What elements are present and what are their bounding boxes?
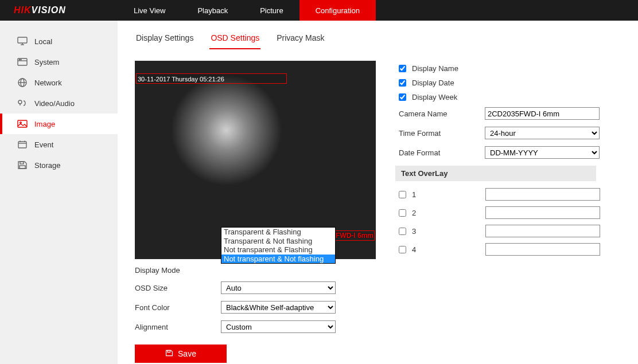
osd-size-label: OSD Size	[135, 284, 221, 292]
display-name-label: Display Name	[412, 64, 458, 73]
globe-icon	[17, 78, 28, 87]
time-format-select[interactable]: 24-hour	[485, 127, 600, 139]
camera-mic-icon	[17, 99, 28, 108]
sidebar-item-label: Storage	[34, 161, 61, 170]
save-button[interactable]: Save	[135, 345, 227, 363]
monitor-icon	[17, 37, 28, 46]
text-overlay-4-input[interactable]	[485, 243, 600, 256]
sidebar-item-storage[interactable]: Storage	[0, 155, 118, 175]
text-overlay-3-index: 3	[412, 227, 485, 236]
text-overlay-2-index: 2	[412, 209, 485, 217]
text-overlay-2-checkbox[interactable]	[399, 209, 406, 217]
svg-rect-17	[20, 162, 24, 164]
text-overlay-4-index: 4	[412, 245, 485, 254]
svg-rect-11	[18, 120, 27, 127]
text-overlay-3-checkbox[interactable]	[399, 228, 406, 235]
sidebar-item-video-audio[interactable]: Video/Audio	[0, 93, 118, 113]
time-format-label: Time Format	[399, 129, 485, 138]
top-tab-picture[interactable]: Picture	[244, 0, 299, 21]
svg-rect-0	[18, 37, 27, 43]
calendar-icon	[17, 140, 28, 149]
brand-hik: HIK	[14, 5, 32, 15]
top-tab-configuration[interactable]: Configuration	[299, 0, 376, 21]
text-overlay-4-checkbox[interactable]	[399, 246, 406, 253]
display-mode-option-2[interactable]: Transparent & Not flashing	[221, 237, 335, 246]
svg-rect-19	[168, 350, 170, 352]
display-mode-dropdown[interactable]: Transparent & Flashing Transparent & Not…	[221, 227, 336, 264]
sub-tab-display-settings[interactable]: Display Settings	[135, 30, 194, 49]
text-overlay-1-checkbox[interactable]	[399, 191, 406, 198]
top-nav-bar: HIKVISION Live View Playback Picture Con…	[0, 0, 638, 21]
sidebar-item-image[interactable]: Image	[0, 113, 118, 134]
sub-tab-privacy-mask[interactable]: Privacy Mask	[275, 30, 325, 49]
display-date-label: Display Date	[412, 79, 454, 87]
sidebar-item-system[interactable]: System	[0, 52, 118, 72]
display-date-checkbox[interactable]	[399, 79, 406, 87]
display-week-label: Display Week	[412, 93, 457, 101]
sidebar-item-event[interactable]: Event	[0, 134, 118, 155]
sidebar-item-label: Network	[34, 79, 62, 87]
osd-timestamp-box[interactable]: 30-11-2017 Thursday 05:21:26	[136, 73, 287, 84]
display-mode-option-4[interactable]: Not transparent & Not flashing	[221, 255, 335, 264]
sub-tabs: Display Settings OSD Settings Privacy Ma…	[135, 30, 638, 49]
text-overlay-1-input[interactable]	[485, 188, 600, 201]
svg-rect-13	[18, 142, 26, 148]
sidebar-item-local[interactable]: Local	[0, 31, 118, 52]
sub-tab-osd-settings[interactable]: OSD Settings	[209, 30, 260, 49]
text-overlay-header: Text OverLay	[395, 166, 596, 181]
svg-point-12	[20, 122, 22, 124]
save-button-label: Save	[178, 349, 196, 358]
osd-size-select[interactable]: Auto	[221, 281, 336, 294]
top-tab-live-view[interactable]: Live View	[118, 0, 181, 21]
sidebar-item-label: Event	[34, 140, 53, 149]
display-mode-option-1[interactable]: Transparent & Flashing	[221, 228, 335, 237]
text-overlay-1-index: 1	[412, 190, 485, 199]
save-icon	[17, 161, 28, 170]
window-icon	[17, 57, 28, 66]
svg-point-10	[18, 100, 22, 104]
date-format-select[interactable]: DD-MM-YYYY	[485, 146, 600, 159]
svg-point-5	[19, 59, 20, 60]
display-mode-label: Display Mode	[135, 266, 221, 275]
osd-timestamp-white: 30-11-2017 Thursday 05:21:26	[138, 76, 224, 83]
date-format-label: Date Format	[399, 148, 485, 157]
svg-point-6	[21, 59, 21, 60]
display-week-checkbox[interactable]	[399, 93, 406, 101]
alignment-label: Alignment	[135, 323, 221, 331]
sidebar-item-label: Image	[34, 120, 55, 128]
camera-name-label: Camera Name	[399, 109, 485, 118]
font-color-label: Font Color	[135, 303, 221, 312]
camera-name-input[interactable]	[485, 107, 600, 120]
sidebar-item-label: System	[34, 58, 59, 66]
brand-vision: VISION	[32, 5, 66, 15]
sidebar-item-label: Video/Audio	[34, 99, 75, 108]
text-overlay-3-input[interactable]	[485, 225, 600, 237]
sidebar: Local System Network Video/Audio Image	[0, 21, 118, 364]
display-name-checkbox[interactable]	[399, 65, 406, 72]
svg-rect-18	[20, 166, 25, 169]
sidebar-item-network[interactable]: Network	[0, 72, 118, 93]
sidebar-item-label: Local	[34, 37, 52, 46]
display-mode-option-3[interactable]: Not transparent & Flashing	[221, 245, 335, 255]
font-color-select[interactable]: Black&White Self-adaptive	[221, 301, 336, 314]
image-icon	[17, 119, 28, 128]
brand-logo: HIKVISION	[0, 5, 118, 15]
top-tab-playback[interactable]: Playback	[181, 0, 244, 21]
text-overlay-2-input[interactable]	[485, 206, 600, 219]
alignment-select[interactable]: Custom	[221, 320, 336, 333]
content-pane: Display Settings OSD Settings Privacy Ma…	[118, 21, 638, 364]
save-icon	[165, 349, 173, 359]
